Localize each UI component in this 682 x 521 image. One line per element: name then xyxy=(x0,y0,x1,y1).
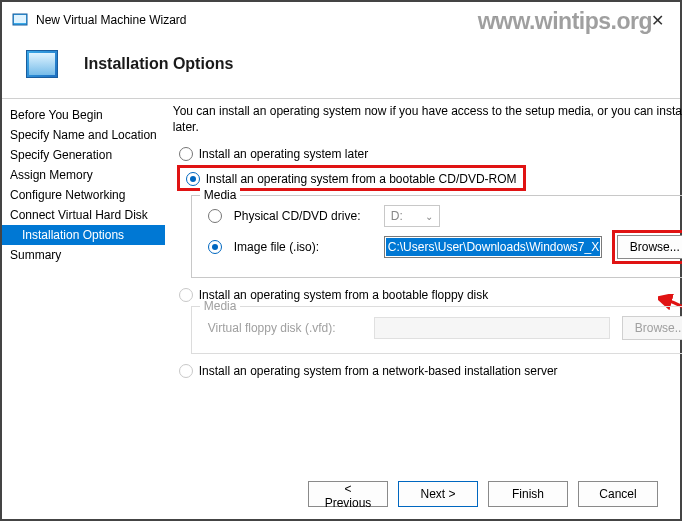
radio-install-floppy-label: Install an operating system from a boota… xyxy=(199,288,489,302)
highlight-browse: Browse... xyxy=(612,230,682,264)
radio-install-floppy[interactable] xyxy=(179,288,193,302)
sidebar-item-summary[interactable]: Summary xyxy=(2,245,165,265)
image-file-input[interactable]: C:\Users\User\Downloads\Windows7_X64.iso xyxy=(384,236,602,258)
floppy-fieldset: Media Virtual floppy disk (.vfd): Browse… xyxy=(191,306,682,354)
sidebar-item-specify-name[interactable]: Specify Name and Location xyxy=(2,125,165,145)
vfd-label: Virtual floppy disk (.vfd): xyxy=(208,321,368,335)
sidebar-item-installation-options[interactable]: Installation Options xyxy=(2,225,165,245)
close-button[interactable]: ✕ xyxy=(645,11,670,30)
window-title: New Virtual Machine Wizard xyxy=(36,13,187,27)
radio-image-file[interactable] xyxy=(208,240,222,254)
vfd-input xyxy=(374,317,610,339)
footer: < Previous Next > Finish Cancel xyxy=(308,481,658,507)
physical-drive-value: D: xyxy=(391,209,403,223)
radio-install-cd[interactable] xyxy=(186,172,200,186)
sidebar-item-connect-vhd[interactable]: Connect Virtual Hard Disk xyxy=(2,205,165,225)
previous-button[interactable]: < Previous xyxy=(308,481,388,507)
next-button[interactable]: Next > xyxy=(398,481,478,507)
sidebar-item-configure-networking[interactable]: Configure Networking xyxy=(2,185,165,205)
app-icon xyxy=(12,12,28,28)
vfd-browse-button: Browse... xyxy=(622,316,682,340)
sidebar-item-before-you-begin[interactable]: Before You Begin xyxy=(2,105,165,125)
svg-rect-1 xyxy=(14,15,26,23)
radio-install-later[interactable] xyxy=(179,147,193,161)
radio-install-network-label: Install an operating system from a netwo… xyxy=(199,364,558,378)
media-fieldset: Media Physical CD/DVD drive: D: ⌄ Image … xyxy=(191,195,682,278)
content: You can install an operating system now … xyxy=(165,99,682,469)
floppy-legend: Media xyxy=(200,299,241,313)
wizard-icon xyxy=(26,50,58,78)
sidebar-item-specify-generation[interactable]: Specify Generation xyxy=(2,145,165,165)
finish-button[interactable]: Finish xyxy=(488,481,568,507)
intro-text: You can install an operating system now … xyxy=(173,103,682,135)
physical-drive-select[interactable]: D: ⌄ xyxy=(384,205,440,227)
chevron-down-icon: ⌄ xyxy=(425,211,433,222)
sidebar-item-assign-memory[interactable]: Assign Memory xyxy=(2,165,165,185)
media-legend: Media xyxy=(200,188,241,202)
image-file-value: C:\Users\User\Downloads\Windows7_X64.iso xyxy=(386,238,600,256)
radio-physical-drive[interactable] xyxy=(208,209,222,223)
radio-install-cd-label: Install an operating system from a boota… xyxy=(206,172,517,186)
physical-drive-label: Physical CD/DVD drive: xyxy=(234,209,378,223)
titlebar: New Virtual Machine Wizard ✕ xyxy=(2,2,680,36)
image-file-label: Image file (.iso): xyxy=(234,240,378,254)
radio-install-network[interactable] xyxy=(179,364,193,378)
sidebar: Before You Begin Specify Name and Locati… xyxy=(2,99,165,469)
browse-button[interactable]: Browse... xyxy=(617,235,682,259)
cancel-button[interactable]: Cancel xyxy=(578,481,658,507)
radio-install-later-label: Install an operating system later xyxy=(199,147,368,161)
page-title: Installation Options xyxy=(84,55,233,73)
header: Installation Options xyxy=(2,36,680,98)
